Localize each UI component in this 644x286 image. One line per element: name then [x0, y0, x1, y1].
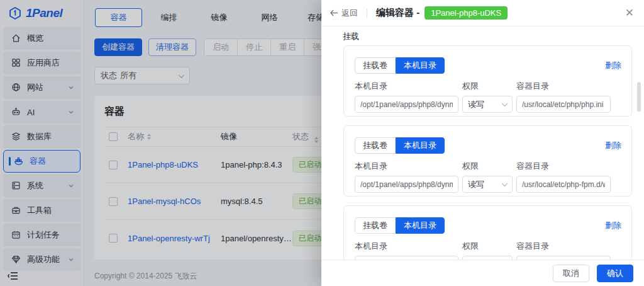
host-dir-label: 本机目录	[355, 241, 458, 252]
mounts-list: 挂载卷 本机目录 删除 本机目录 权限 容器目录 读写	[343, 45, 632, 260]
permission-value: 读写	[468, 179, 484, 190]
permission-label: 权限	[462, 81, 513, 92]
container-dir-label: 容器目录	[516, 81, 611, 92]
drawer-title: 编辑容器 -	[376, 7, 419, 19]
drawer-header: 返回 编辑容器 - 1Panel-php8-uDKS ✕	[321, 0, 644, 26]
mount-mode-toggle: 挂载卷 本机目录	[355, 137, 445, 154]
mount-mode-volume[interactable]: 挂载卷	[355, 137, 396, 154]
container-name-tag: 1Panel-php8-uDKS	[425, 6, 508, 20]
mount-mode-volume[interactable]: 挂载卷	[355, 217, 396, 234]
divider	[367, 9, 367, 18]
delete-mount-link[interactable]: 删除	[605, 140, 621, 151]
container-dir-label: 容器目录	[516, 161, 611, 172]
host-dir-input[interactable]	[355, 176, 458, 193]
mount-card: 挂载卷 本机目录 删除 本机目录 权限 容器目录 读写	[343, 205, 632, 260]
confirm-button[interactable]: 确认	[597, 265, 633, 282]
mount-mode-hostdir[interactable]: 本机目录	[396, 57, 445, 74]
back-button[interactable]: 返回	[330, 8, 358, 19]
edit-container-drawer: 返回 编辑容器 - 1Panel-php8-uDKS ✕ 挂载 挂载卷 本机目录…	[321, 0, 644, 286]
drawer-body: 挂载 挂载卷 本机目录 删除 本机目录 权限 容器目录	[321, 26, 644, 260]
app-root: 1Panel 概览 应用商店 网站 AI 数据库	[0, 0, 644, 286]
host-dir-label: 本机目录	[355, 81, 458, 92]
container-dir-input[interactable]	[516, 96, 611, 113]
mount-card: 挂载卷 本机目录 删除 本机目录 权限 容器目录 读写	[343, 125, 632, 197]
container-dir-label: 容器目录	[516, 241, 611, 252]
drawer-scrollbar[interactable]	[637, 82, 641, 112]
back-label: 返回	[341, 8, 358, 19]
container-dir-input[interactable]	[516, 176, 611, 193]
host-dir-input[interactable]	[355, 96, 458, 113]
permission-select[interactable]: 读写	[462, 96, 513, 113]
permission-label: 权限	[462, 241, 513, 252]
arrow-left-icon	[330, 9, 338, 16]
permission-select[interactable]: 读写	[462, 176, 513, 193]
mount-mode-toggle: 挂载卷 本机目录	[355, 217, 445, 234]
drawer-footer: 取消 确认	[321, 260, 644, 286]
mount-mode-hostdir[interactable]: 本机目录	[396, 137, 445, 154]
host-dir-label: 本机目录	[355, 161, 458, 172]
permission-value: 读写	[468, 99, 484, 110]
chevron-down-icon	[502, 100, 508, 106]
permission-label: 权限	[462, 161, 513, 172]
mount-mode-toggle: 挂载卷 本机目录	[355, 57, 445, 74]
mount-mode-hostdir[interactable]: 本机目录	[396, 217, 445, 234]
mount-card: 挂载卷 本机目录 删除 本机目录 权限 容器目录 读写	[343, 45, 632, 117]
chevron-down-icon	[502, 180, 508, 186]
mount-mode-volume[interactable]: 挂载卷	[355, 57, 396, 74]
delete-mount-link[interactable]: 删除	[605, 220, 621, 231]
cancel-button[interactable]: 取消	[553, 265, 589, 282]
mounts-section-label: 挂载	[343, 31, 359, 42]
close-icon[interactable]: ✕	[625, 8, 634, 18]
delete-mount-link[interactable]: 删除	[605, 60, 621, 71]
